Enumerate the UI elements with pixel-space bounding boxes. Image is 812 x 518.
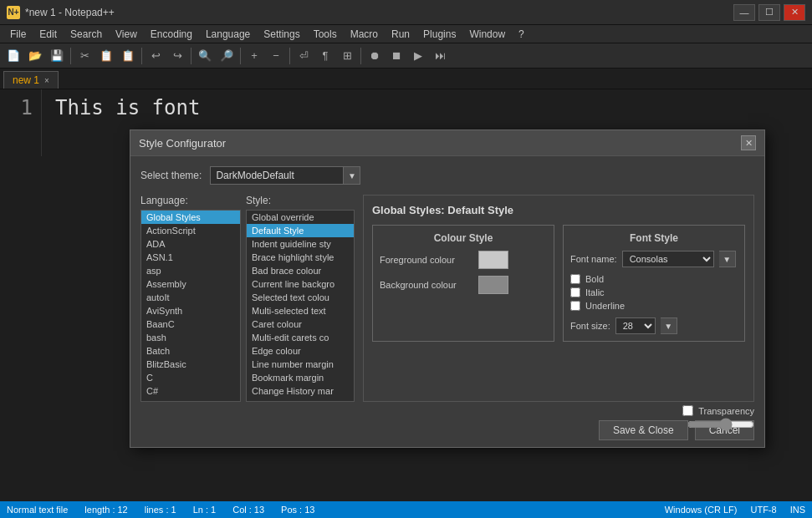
style-current-line[interactable]: Current line backgro [247,277,354,291]
theme-select-arrow[interactable]: ▼ [344,166,360,185]
menu-run[interactable]: Run [385,27,416,42]
theme-select[interactable]: DarkModeDefault Default Bespin Monokai [210,166,344,185]
dialog-title: Style Configurator [139,137,226,150]
lang-asn1[interactable]: ASN.1 [141,251,240,264]
maximize-button[interactable]: ☐ [758,4,780,21]
replace-button[interactable]: 🔎 [217,46,237,66]
style-ch-margin[interactable]: Change History mar [247,384,354,398]
lines-info: lines : 1 [145,505,176,515]
lang-global-styles[interactable]: Global Styles [141,211,240,224]
save-button[interactable]: 💾 [47,46,67,66]
menu-view[interactable]: View [109,27,144,42]
style-brace-highlight[interactable]: Brace highlight style [247,251,354,264]
style-bad-brace[interactable]: Bad brace colour [247,264,354,277]
copy-button[interactable]: 📋 [96,46,116,66]
style-list[interactable]: Global override Default Style Indent gui… [246,210,355,402]
find-button[interactable]: 🔍 [195,46,215,66]
style-default-style[interactable]: Default Style [247,224,354,237]
style-multi-edit[interactable]: Multi-edit carets co [247,331,354,344]
cut-button[interactable]: ✂ [74,46,94,66]
macro-play-button[interactable]: ▶ [408,46,428,66]
redo-button[interactable]: ↪ [167,46,187,66]
menu-help[interactable]: ? [512,27,531,42]
save-close-button[interactable]: Save & Close [599,420,688,440]
bold-row: Bold [570,274,738,284]
lang-autoit[interactable]: autoIt [141,291,240,304]
transparency-slider[interactable] [687,418,754,431]
font-name-arrow[interactable]: ▼ [719,251,736,267]
transparency-label: Transparency [698,406,754,416]
menu-edit[interactable]: Edit [33,27,64,42]
menu-search[interactable]: Search [64,27,109,42]
font-size-arrow[interactable]: ▼ [661,317,677,334]
transparency-checkbox[interactable] [682,405,693,416]
dialog-close-button[interactable]: ✕ [741,135,756,150]
lang-baanc[interactable]: BaanC [141,317,240,331]
style-global-override[interactable]: Global override [247,211,354,224]
zoom-in-button[interactable]: + [244,46,264,66]
font-style-box: Font Style Font name: Consolas ▼ Bold [563,225,745,342]
style-selected-text[interactable]: Selected text colou [247,291,354,304]
tab-new1[interactable]: new 1 × [3,71,59,89]
tab-close-icon[interactable]: × [44,76,49,85]
lang-batch[interactable]: Batch [141,344,240,358]
style-multi-selected[interactable]: Multi-selected text [247,304,354,317]
font-size-select[interactable]: 28 [615,317,656,334]
lang-cpp[interactable]: C++ [141,398,240,402]
dialog-body: Select theme: DarkModeDefault Default Be… [130,156,764,412]
style-indent-guide[interactable]: Indent guideline sty [247,237,354,251]
style-edge-colour[interactable]: Edge colour [247,344,354,358]
indent-button[interactable]: ⊞ [337,46,357,66]
font-size-row: Font size: 28 ▼ [570,317,738,334]
menu-language[interactable]: Language [199,27,257,42]
app-icon: N+ [7,6,20,19]
lang-actionscript[interactable]: ActionScript [141,224,240,237]
lang-ada[interactable]: ADA [141,237,240,251]
zoom-out-button[interactable]: − [266,46,286,66]
foreground-colour-swatch[interactable] [478,251,508,269]
style-bookmark[interactable]: Bookmark margin [247,371,354,384]
macro-record-button[interactable]: ⏺ [365,46,385,66]
macro-stop-button[interactable]: ⏹ [386,46,406,66]
toolbar-separator-4 [240,48,241,64]
style-caret-colour[interactable]: Caret colour [247,317,354,331]
menu-plugins[interactable]: Plugins [416,27,462,42]
lang-c[interactable]: C [141,371,240,384]
new-button[interactable]: 📄 [3,46,23,66]
style-section: Style: Global override Default Style Ind… [246,195,355,402]
lang-csharp[interactable]: C# [141,384,240,398]
colour-font-row: Colour Style Foreground colour Backgroun… [372,225,745,342]
underline-checkbox[interactable] [570,301,580,311]
lang-asp[interactable]: asp [141,264,240,277]
menu-settings[interactable]: Settings [257,27,306,42]
menu-macro[interactable]: Macro [344,27,385,42]
status-right: Windows (CR LF) UTF-8 INS [665,505,805,515]
menu-file[interactable]: File [3,27,33,42]
showsymbol-button[interactable]: ¶ [315,46,335,66]
italic-checkbox[interactable] [570,287,580,297]
foreground-colour-label: Foreground colour [380,255,472,265]
undo-button[interactable]: ↩ [146,46,166,66]
line-numbers: 1 [0,89,42,156]
lang-blitzbasic[interactable]: BlitzBasic [141,358,240,371]
foreground-colour-row: Foreground colour [380,251,547,269]
open-button[interactable]: 📂 [25,46,45,66]
minimize-button[interactable]: — [733,4,755,21]
language-list[interactable]: Global Styles ActionScript ADA ASN.1 asp… [140,210,241,402]
background-colour-swatch[interactable] [478,276,508,294]
lang-assembly[interactable]: Assembly [141,277,240,291]
font-name-select[interactable]: Consolas [622,251,714,267]
lang-bash[interactable]: bash [141,331,240,344]
style-ch-modified[interactable]: Change History mo [247,398,354,402]
menu-encoding[interactable]: Encoding [144,27,199,42]
lang-avisynth[interactable]: AviSynth [141,304,240,317]
menu-window[interactable]: Window [462,27,512,42]
bold-checkbox[interactable] [570,274,580,284]
menu-tools[interactable]: Tools [307,27,344,42]
wordwrap-button[interactable]: ⏎ [294,46,314,66]
macro-run-button[interactable]: ⏭ [430,46,450,66]
paste-button[interactable]: 📋 [118,46,138,66]
toolbar: 📄 📂 💾 ✂ 📋 📋 ↩ ↪ 🔍 🔎 + − ⏎ ¶ ⊞ ⏺ ⏹ ▶ ⏭ [0,43,812,69]
style-line-number[interactable]: Line number margin [247,358,354,371]
close-button[interactable]: ✕ [784,4,805,21]
